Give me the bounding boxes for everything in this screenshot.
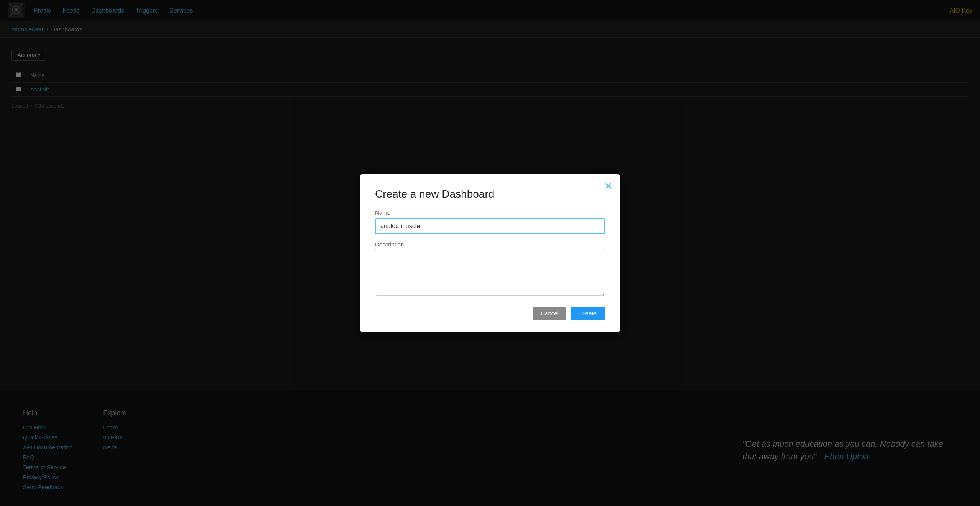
modal-overlay[interactable]: ✕ Create a new Dashboard Name Descriptio… [0, 0, 980, 506]
dashboard-description-textarea[interactable] [375, 250, 605, 296]
create-dashboard-modal: ✕ Create a new Dashboard Name Descriptio… [360, 174, 620, 332]
modal-action-buttons: Cancel Create [375, 307, 605, 320]
description-field-label: Description [375, 241, 605, 248]
dashboard-name-input[interactable] [375, 218, 605, 234]
create-button[interactable]: Create [571, 307, 605, 320]
modal-close-button[interactable]: ✕ [604, 181, 613, 191]
cancel-button[interactable]: Cancel [533, 307, 566, 320]
name-field-label: Name [375, 209, 605, 216]
modal-title: Create a new Dashboard [375, 188, 605, 200]
